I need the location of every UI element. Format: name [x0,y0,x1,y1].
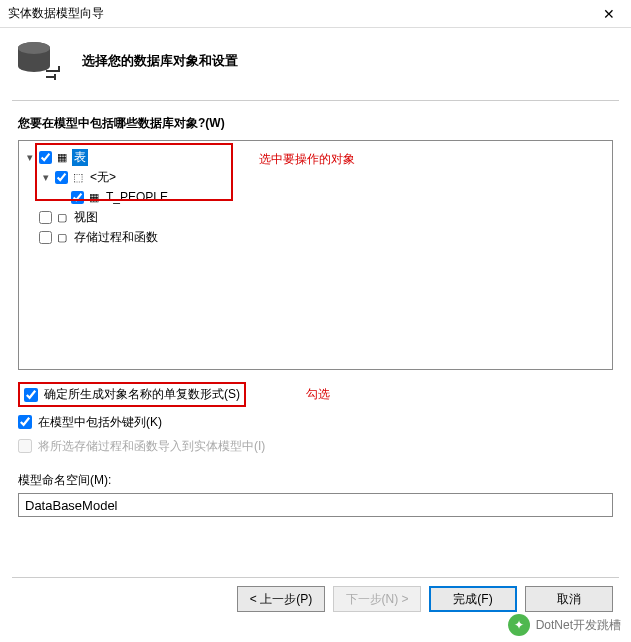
wechat-icon: ✦ [508,614,530,636]
wizard-header: 选择您的数据库对象和设置 [0,28,631,100]
watermark-text: DotNet开发跳槽 [536,617,621,634]
expand-spacer [23,231,37,243]
tree-label-t-people: T_PEOPLE [104,190,170,204]
content-area: 您要在模型中包括哪些数据库对象?(W) 选中要操作的对象 ▾ ▦ 表 ▾ ⬚ <… [0,101,631,517]
svg-point-1 [18,42,50,54]
checkbox-views[interactable] [39,211,52,224]
namespace-group: 模型命名空间(M): [18,472,613,517]
svg-rect-5 [54,74,56,80]
object-tree[interactable]: 选中要操作的对象 ▾ ▦ 表 ▾ ⬚ <无> ▦ T_PEOPLE [18,140,613,370]
tree-node-tables[interactable]: ▾ ▦ 表 [23,147,608,167]
watermark: ✦ DotNet开发跳槽 [508,614,621,636]
header-subtitle: 选择您的数据库对象和设置 [82,52,238,70]
svg-rect-2 [46,70,60,72]
tree-node-schema-none[interactable]: ▾ ⬚ <无> [23,167,608,187]
checkbox-foreign-keys[interactable] [18,415,32,429]
annotation-check-option: 勾选 [306,386,330,403]
prev-button[interactable]: < 上一步(P) [237,586,325,612]
finish-button[interactable]: 完成(F) [429,586,517,612]
table-icon: ▦ [86,191,102,204]
checkbox-pluralize[interactable] [24,388,38,402]
tree-label-schema-none: <无> [88,169,118,186]
tree-label-tables: 表 [72,149,88,166]
tree-node-procs[interactable]: ▢ 存储过程和函数 [23,227,608,247]
tree-node-views[interactable]: ▢ 视图 [23,207,608,227]
close-icon: ✕ [603,6,615,22]
expand-spacer [55,191,69,203]
option-foreign-keys-label: 在模型中包括外键列(K) [38,414,162,431]
namespace-label: 模型命名空间(M): [18,472,613,489]
options-group: 确定所生成对象名称的单复数形式(S) 勾选 在模型中包括外键列(K) 将所选存储… [18,382,613,458]
database-icon [16,40,64,82]
tree-label-procs: 存储过程和函数 [72,229,160,246]
footer-separator [12,577,619,578]
wizard-footer: < 上一步(P) 下一步(N) > 完成(F) 取消 [237,586,613,612]
views-icon: ▢ [54,211,70,224]
close-button[interactable]: ✕ [587,0,631,28]
checkbox-t-people[interactable] [71,191,84,204]
titlebar: 实体数据模型向导 ✕ [0,0,631,28]
checkbox-schema-none[interactable] [55,171,68,184]
option-import-procs: 将所选存储过程和函数导入到实体模型中(I) [18,434,613,458]
window-title: 实体数据模型向导 [8,5,104,22]
option-import-procs-label: 将所选存储过程和函数导入到实体模型中(I) [38,438,265,455]
checkbox-procs[interactable] [39,231,52,244]
svg-rect-3 [58,66,60,72]
option-pluralize-label: 确定所生成对象名称的单复数形式(S) [44,386,240,403]
option-foreign-keys[interactable]: 在模型中包括外键列(K) [18,410,613,434]
checkbox-tables[interactable] [39,151,52,164]
tables-icon: ▦ [54,151,70,164]
question-label: 您要在模型中包括哪些数据库对象?(W) [18,115,613,132]
namespace-input[interactable] [18,493,613,517]
next-button: 下一步(N) > [333,586,421,612]
expand-toggle[interactable]: ▾ [23,151,37,164]
annotation-box-pluralize: 确定所生成对象名称的单复数形式(S) [18,382,246,407]
checkbox-import-procs [18,439,32,453]
expand-spacer [23,211,37,223]
expand-toggle[interactable]: ▾ [39,171,53,184]
schema-icon: ⬚ [70,171,86,184]
cancel-button[interactable]: 取消 [525,586,613,612]
tree-node-t-people[interactable]: ▦ T_PEOPLE [23,187,608,207]
tree-label-views: 视图 [72,209,100,226]
procs-icon: ▢ [54,231,70,244]
